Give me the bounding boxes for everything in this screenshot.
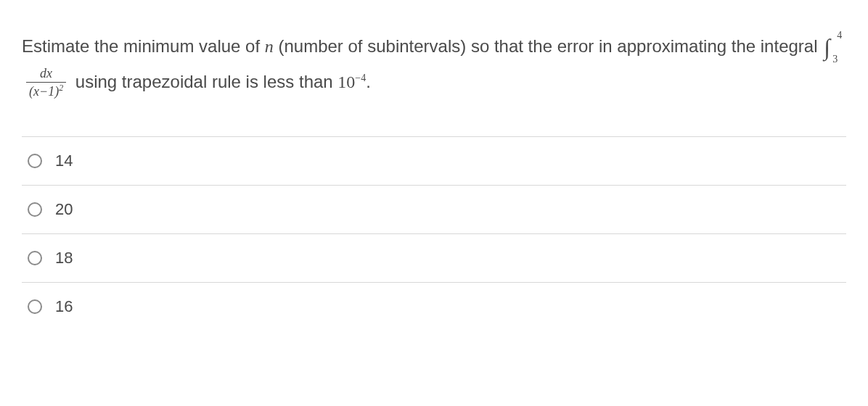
question-text: Estimate the minimum value of n (number …: [22, 29, 846, 100]
option-label: 16: [55, 297, 73, 316]
integral-lower: 3: [832, 51, 838, 67]
option-row[interactable]: 18: [22, 233, 846, 282]
integral-sign: ∫: [824, 29, 830, 66]
radio-icon: [28, 202, 42, 217]
fraction-numerator: dx: [26, 66, 66, 83]
option-row[interactable]: 20: [22, 185, 846, 233]
radio-icon: [28, 251, 42, 265]
radio-icon: [28, 299, 42, 314]
variable-n: n: [265, 37, 274, 56]
question-text-mid1: (number of subintervals) so that the err…: [274, 36, 822, 56]
integral: ∫43: [824, 29, 830, 66]
question-text-before: Estimate the minimum value of: [22, 36, 265, 56]
radio-icon: [28, 154, 42, 168]
question-text-end: .: [366, 72, 371, 91]
option-row[interactable]: 16: [22, 282, 846, 331]
fraction-denominator: (x−1)2: [26, 83, 66, 100]
option-label: 20: [55, 200, 73, 219]
integral-upper: 4: [837, 28, 842, 44]
ten-power: 10−4: [337, 72, 366, 91]
options-list: 14 20 18 16: [22, 136, 846, 331]
option-row[interactable]: 14: [22, 136, 846, 185]
fraction: dx(x−1)2: [26, 66, 66, 100]
option-label: 14: [55, 152, 73, 170]
option-label: 18: [55, 249, 73, 268]
question-text-mid2: using trapezoidal rule is less than: [70, 72, 337, 91]
